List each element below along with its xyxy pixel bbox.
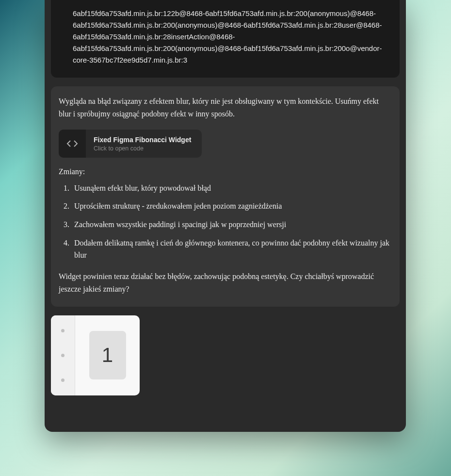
code-card-title: Fixed Figma Fibonacci Widget bbox=[94, 135, 191, 144]
attachment-number-box: 1 bbox=[89, 331, 126, 379]
changes-list: Usunąłem efekt blur, który powodował błą… bbox=[59, 182, 392, 262]
spine-dot bbox=[61, 354, 64, 357]
list-item: Dodałem delikatną ramkę i cień do główne… bbox=[59, 237, 392, 262]
spine-dot bbox=[61, 378, 64, 382]
code-card-text: Fixed Figma Fibonacci Widget Click to op… bbox=[86, 131, 202, 157]
list-item: Usunąłem efekt blur, który powodował błą… bbox=[59, 182, 392, 195]
code-icon bbox=[59, 130, 86, 158]
attachment-preview-card[interactable]: 1 bbox=[51, 315, 140, 395]
attachment-content: 1 bbox=[75, 315, 140, 395]
response-intro: Wygląda na błąd związany z efektem blur,… bbox=[59, 95, 392, 121]
stack-trace-text: 6abf15fd6a753afd.min.js.br:122b@8468-6ab… bbox=[73, 9, 382, 64]
list-item: Zachowałem wszystkie paddingi i spacingi… bbox=[59, 218, 392, 231]
notebook-spine bbox=[51, 315, 75, 395]
code-artifact-card[interactable]: Fixed Figma Fibonacci Widget Click to op… bbox=[59, 130, 202, 158]
user-stack-trace-block: 6abf15fd6a753afd.min.js.br:122b@8468-6ab… bbox=[51, 0, 400, 78]
assistant-response-block: Wygląda na błąd związany z efektem blur,… bbox=[51, 86, 400, 307]
chat-panel: 6abf15fd6a753afd.min.js.br:122b@8468-6ab… bbox=[45, 0, 406, 432]
code-card-subtitle: Click to open code bbox=[94, 145, 191, 152]
list-item: Uprościłem strukturę - zredukowałem jede… bbox=[59, 200, 392, 213]
spine-dot bbox=[61, 329, 64, 332]
changes-header: Zmiany: bbox=[59, 167, 392, 176]
attachment-number: 1 bbox=[102, 344, 113, 367]
response-closing: Widget powinien teraz działać bez błędów… bbox=[59, 270, 392, 296]
